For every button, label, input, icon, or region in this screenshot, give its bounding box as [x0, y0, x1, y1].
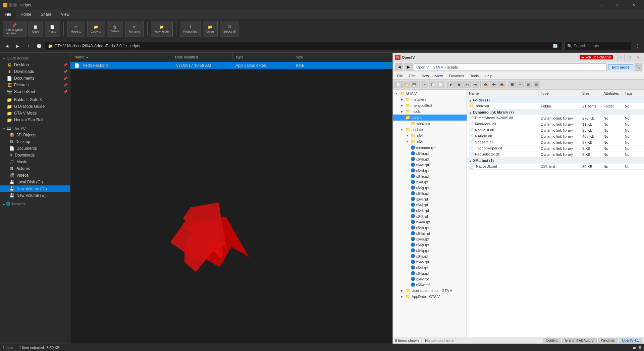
- tab-openiv[interactable]: OpenIV 4.1: [619, 338, 642, 343]
- col-type[interactable]: Type: [539, 90, 580, 97]
- openiv-forward-btn[interactable]: ▶: [405, 63, 413, 71]
- sidebar-item-new-e[interactable]: 💾 New Volume (E:): [0, 192, 70, 199]
- tree-x64-root[interactable]: 📁 x64: [393, 139, 467, 145]
- minimize-button[interactable]: ─: [594, 0, 609, 10]
- openiv-file-row[interactable]: 📄PedSelector.dll Dynamic-link library 9 …: [467, 151, 644, 158]
- tree-rpf-file[interactable]: 🔵x64i.rpf: [393, 196, 467, 202]
- col-header-size[interactable]: Size: [293, 53, 320, 61]
- tree-rpf-file[interactable]: 🔵x64g.rpf: [393, 185, 467, 190]
- col-header-date[interactable]: Date modified: [172, 53, 233, 61]
- table-row[interactable]: 📄 PedSelector.dll 7/21/2017 10:59 AM App…: [70, 62, 392, 69]
- sidebar-item-downloads[interactable]: ⬇ Downloads 📌: [0, 68, 70, 75]
- sidebar-item-pictures[interactable]: 🖼 Pictures 📌: [0, 82, 70, 88]
- tree-rpf-file[interactable]: 🔵x64ni.rpf: [393, 230, 467, 236]
- back-btn[interactable]: ◀: [2, 41, 11, 51]
- tree-rpf-file[interactable]: 🔵x64c.rpf: [393, 162, 467, 168]
- sidebar-item-pics2[interactable]: 🖼 Pictures: [0, 165, 70, 172]
- copy-to-btn[interactable]: 📁Copy to: [87, 21, 105, 37]
- openiv-minimize[interactable]: ─: [617, 54, 625, 61]
- openiv-file-row[interactable]: 📄NAudio.dll Dynamic-link library 468 KB …: [467, 133, 644, 139]
- tree-rpf-file[interactable]: 🔵x64a.rpf: [393, 150, 467, 156]
- tab-windows[interactable]: Windows: [598, 338, 618, 343]
- col-header-name[interactable]: Name ▲: [72, 53, 172, 61]
- sidebar-item-downloads2[interactable]: ⬇ Downloads: [0, 152, 70, 159]
- rename-btn[interactable]: ✏Rename: [125, 21, 144, 37]
- tree-rpf-file[interactable]: 🔵x64p.rpf: [393, 242, 467, 248]
- new-folder-btn[interactable]: 📁New folder: [151, 21, 173, 37]
- delete-btn[interactable]: 🗑Delete: [107, 21, 123, 37]
- tree-rpf-file[interactable]: 🔵x64r.rpf: [393, 253, 467, 259]
- openiv-address[interactable]: OpenIV › GTA V › scripts ›: [414, 63, 607, 71]
- this-pc-header[interactable]: 💻 This PC: [0, 125, 70, 132]
- openiv-tb-add[interactable]: ➕: [490, 81, 497, 88]
- sidebar-item-new-d[interactable]: 💾 New Volume (D:): [0, 185, 70, 192]
- openiv-tb-stop[interactable]: ⏹: [455, 81, 463, 88]
- sidebar-item-gta-v-mods[interactable]: 📁 GTA V Mods: [0, 110, 70, 117]
- maximize-button[interactable]: □: [610, 0, 625, 10]
- address-refresh[interactable]: 🔄: [550, 41, 560, 51]
- tab-gtav[interactable]: Grand Theft Auto V: [562, 338, 596, 343]
- tree-rpf-file[interactable]: 🔵x64d.rpf: [393, 168, 467, 173]
- openiv-file-row[interactable]: 📄TScriptHelper.dll Dynamic-link library …: [467, 145, 644, 151]
- paste-btn[interactable]: 📄Paste: [45, 21, 60, 37]
- openiv-file-row[interactable]: 📄DirectShowLib-2005.dll Dynamic-link lib…: [467, 115, 644, 121]
- menu-file[interactable]: File: [394, 72, 406, 80]
- openiv-tb-copy[interactable]: 📋: [429, 81, 436, 88]
- view-icon1[interactable]: ☰: [633, 345, 636, 349]
- sidebar-item-videos[interactable]: 🎬 Videos: [0, 172, 70, 179]
- tree-rpf-file[interactable]: 🔵common.rpf: [393, 145, 467, 150]
- quick-access-header[interactable]: Quick access: [0, 55, 70, 61]
- menu-tools[interactable]: Tools: [468, 72, 482, 80]
- pin-btn[interactable]: 📌Pin to Quickaccess: [3, 21, 26, 37]
- tree-rpf-file[interactable]: 🔵x64e.rpf: [393, 173, 467, 179]
- sidebar-item-baldurs[interactable]: 📁 Baldur's Gate 3: [0, 96, 70, 103]
- sidebar-item-3d[interactable]: 📦 3D Objects: [0, 132, 70, 138]
- sidebar-item-docs2[interactable]: 📄 Documents: [0, 145, 70, 152]
- openiv-back-btn[interactable]: ◀: [395, 63, 403, 71]
- tree-rpf-file[interactable]: 🔵x64n.rpf: [393, 225, 467, 230]
- openiv-close[interactable]: ✕: [635, 54, 642, 61]
- tab-share[interactable]: Share: [36, 10, 56, 19]
- options-btn[interactable]: ⋮: [633, 41, 642, 51]
- tree-mods[interactable]: ▶ 📁 mods: [393, 108, 467, 115]
- tab-home[interactable]: Home: [16, 10, 36, 19]
- youtube-button[interactable]: ▶ YouTube channel: [580, 55, 613, 59]
- tree-user-docs[interactable]: ▶ 📁 User documents - GTA V: [393, 288, 467, 294]
- section-xml[interactable]: XML text (1): [467, 158, 644, 164]
- tree-installers[interactable]: ▶ 📁 Installers: [393, 96, 467, 102]
- edit-mode-button[interactable]: Edit mode: [608, 64, 633, 70]
- col-attr[interactable]: Attributes: [601, 90, 623, 97]
- openiv-tb-forward[interactable]: ⏭: [472, 81, 479, 88]
- tree-rpf-file[interactable]: 🔵x64f.rpf: [393, 179, 467, 185]
- col-name[interactable]: Name: [467, 90, 539, 97]
- col-header-type[interactable]: Type: [233, 53, 293, 61]
- tree-rpf-file[interactable]: 🔵x64b.rpf: [393, 156, 467, 162]
- openiv-maximize[interactable]: □: [626, 54, 633, 61]
- tree-rpf-file[interactable]: 🔵x64j.rpf: [393, 202, 467, 208]
- openiv-tb-new[interactable]: 📄: [394, 81, 402, 88]
- section-dll[interactable]: Dynamic-link library (7): [467, 109, 644, 115]
- sidebar-item-music[interactable]: 🎵 Music: [0, 159, 70, 165]
- section-folder[interactable]: Folder (1): [467, 97, 644, 103]
- sidebar-item-local-c[interactable]: 💾 Local Disk (C:): [0, 179, 70, 185]
- up-btn[interactable]: ↑: [23, 41, 33, 51]
- tree-gtav[interactable]: 📁 GTA V: [393, 90, 467, 96]
- tree-rpf-file[interactable]: 🔵x64u.rpf: [393, 270, 467, 276]
- col-size[interactable]: Size: [580, 90, 601, 97]
- sidebar-item-documents[interactable]: 📄 Documents 📌: [0, 75, 70, 82]
- tree-menyoo[interactable]: ▶ 📁 menyooStuff: [393, 102, 467, 108]
- tree-rpf-file[interactable]: 🔵x64m.rpf: [393, 219, 467, 225]
- openiv-tb-view-icon[interactable]: ⊞: [525, 81, 532, 88]
- tab-view[interactable]: View: [56, 10, 74, 19]
- select-btn[interactable]: ☑Select all: [220, 21, 239, 37]
- sidebar-item-gta-mods-guide[interactable]: 📁 GTA Mods Guide: [0, 103, 70, 110]
- tree-rpf-file[interactable]: 🔵x64l.rpf: [393, 213, 467, 219]
- tree-rpf-file[interactable]: 🔵x64o.rpf: [393, 236, 467, 242]
- address-bar[interactable]: 📁 GTA V Mods › d28f43-AddonPeds 3.0.1 › …: [45, 42, 563, 50]
- menu-view[interactable]: View: [432, 72, 446, 80]
- sidebar-item-screenshot[interactable]: 📷 ScreenShot 📌: [0, 88, 70, 95]
- properties-btn[interactable]: ℹProperties: [180, 21, 201, 37]
- tab-content[interactable]: Content: [543, 338, 560, 343]
- forward-btn[interactable]: ▶: [13, 41, 22, 51]
- col-tags[interactable]: Tags: [623, 90, 644, 97]
